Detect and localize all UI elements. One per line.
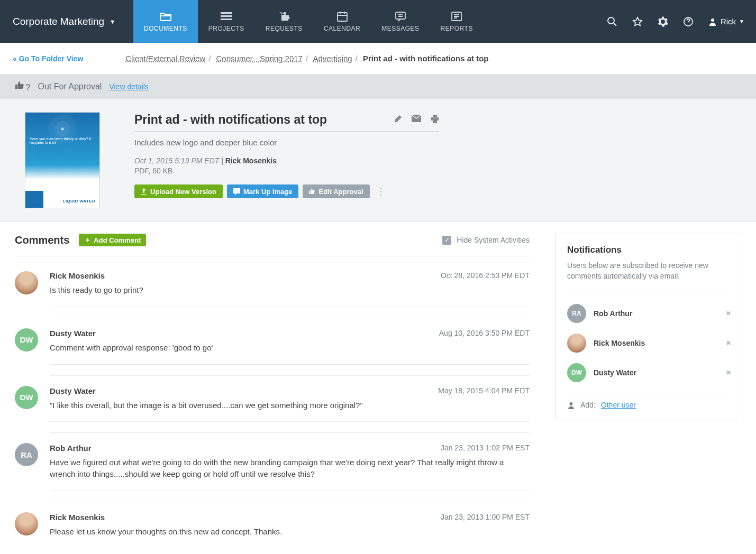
caret-down-icon: ▼ xyxy=(739,19,744,24)
user-name: Rick xyxy=(721,17,736,26)
document-author: Rick Mosenkis xyxy=(225,156,277,165)
print-icon xyxy=(431,115,439,123)
status-bar: ? Out For Approval View details xyxy=(0,75,756,99)
comment-item: Rick Mosenkis Jan 23, 2013 1:00 PM EST P… xyxy=(15,502,530,554)
crumb-3[interactable]: Advertising xyxy=(313,54,352,63)
message-icon xyxy=(395,11,406,22)
arrow-in-icon xyxy=(278,11,290,22)
comment-user: Rob Arthur xyxy=(50,444,92,453)
crumb-2[interactable]: Consumer - Spring 2017 xyxy=(216,54,303,63)
add-comment-button[interactable]: ＋ Add Comment xyxy=(79,234,146,246)
tab-label: PROJECTS xyxy=(208,25,244,32)
svg-rect-2 xyxy=(221,19,232,20)
notifications-panel: Notifications Users below are subscribed… xyxy=(555,234,743,420)
tab-reports[interactable]: REPORTS xyxy=(430,0,484,43)
avatar: DW xyxy=(15,328,38,352)
tab-projects[interactable]: PROJECTS xyxy=(198,0,255,43)
comment-text: Have we figured out what we're going to … xyxy=(50,457,530,480)
top-navbar: Corporate Marketing ▼ DOCUMENTS PROJECTS… xyxy=(0,0,756,43)
nav-tabs: DOCUMENTS PROJECTS REQUESTS CALENDAR MES… xyxy=(133,0,484,43)
comment-item: RA Rob Arthur Jan 23, 2013 1:02 PM EST H… xyxy=(15,432,530,502)
email-button[interactable] xyxy=(412,115,421,125)
checkbox-checked-icon[interactable]: ✓ xyxy=(442,236,451,245)
button-label: Edit Approval xyxy=(318,188,363,196)
thumbnail-text: Have you ever been thirsty or dirty? It … xyxy=(30,137,91,144)
comments-header: Comments ＋ Add Comment ✓ Hide System Act… xyxy=(15,234,530,246)
workspace-name: Corporate Marketing xyxy=(13,16,104,27)
notifications-description: Users below are subscribed to receive ne… xyxy=(567,261,731,290)
view-details-link[interactable]: View details xyxy=(109,82,148,91)
remove-user-button[interactable]: ✖ xyxy=(726,310,731,317)
tab-calendar[interactable]: CALENDAR xyxy=(313,0,371,43)
folder-view-link[interactable]: « Go To Folder View xyxy=(13,54,83,63)
comment-user: Rick Mosenkis xyxy=(50,271,105,280)
svg-rect-4 xyxy=(396,12,405,19)
user-menu[interactable]: Rick ▼ xyxy=(703,17,750,26)
document-meta: Oct 1, 2015 5:19 PM EDT | Rick Mosenkis xyxy=(134,156,439,165)
tab-label: REPORTS xyxy=(441,25,473,32)
avatar xyxy=(15,512,38,535)
button-label: Upload New Version xyxy=(150,188,216,196)
comment-item: DW Dusty Water May 18, 2015 4:04 PM EDT … xyxy=(15,375,530,433)
notification-user-name: Dusty Water xyxy=(594,368,718,377)
tab-requests[interactable]: REQUESTS xyxy=(255,0,313,43)
upload-version-button[interactable]: Upload New Version xyxy=(134,184,223,198)
star-icon xyxy=(632,16,643,27)
thumbs-up-question-icon: ? xyxy=(15,81,30,93)
notification-user-name: Rob Arthur xyxy=(594,309,718,318)
hide-system-activities[interactable]: ✓ Hide System Activities xyxy=(442,236,530,245)
help-icon xyxy=(683,16,694,27)
tab-label: CALENDAR xyxy=(324,25,360,32)
tab-messages[interactable]: MESSAGES xyxy=(371,0,430,43)
breadcrumb: Client/External Review/ Consumer - Sprin… xyxy=(125,54,488,63)
print-button[interactable] xyxy=(431,115,439,125)
envelope-icon xyxy=(412,115,421,122)
avatar: DW xyxy=(15,386,38,409)
document-panel: Have you ever been thirsty or dirty? It … xyxy=(0,99,756,222)
gear-icon xyxy=(658,16,668,27)
comment-user: Dusty Water xyxy=(50,386,96,395)
comment-user: Dusty Water xyxy=(50,329,96,338)
more-actions-button[interactable]: ⋮ xyxy=(374,186,388,197)
avatar: DW xyxy=(567,363,586,382)
favorite-button[interactable] xyxy=(626,11,649,33)
crumb-current: Print ad - with notifications at top xyxy=(363,54,489,63)
button-label: Mark Up Image xyxy=(243,188,292,196)
help-button[interactable] xyxy=(677,11,699,33)
avatar xyxy=(567,334,586,353)
thumbnail-brand: LIQUID WATER xyxy=(63,199,95,204)
edit-approval-button[interactable]: Edit Approval xyxy=(303,184,369,198)
notification-user: DW Dusty Water ✖ xyxy=(567,358,731,387)
document-fileinfo: PDF, 60 KB xyxy=(134,167,439,175)
svg-rect-0 xyxy=(221,12,232,14)
upload-icon xyxy=(141,188,147,195)
list-icon xyxy=(221,11,232,22)
tab-documents[interactable]: DOCUMENTS xyxy=(133,0,198,43)
other-user-link[interactable]: Other user xyxy=(601,401,636,409)
report-icon xyxy=(451,11,462,22)
content-area: Comments ＋ Add Comment ✓ Hide System Act… xyxy=(0,222,756,554)
comment-date: Jan 23, 2013 1:00 PM EST xyxy=(441,513,530,522)
svg-point-11 xyxy=(570,402,573,405)
button-label: Add Comment xyxy=(94,236,141,244)
comment-text: "I like this overall, but the image is a… xyxy=(50,400,530,411)
remove-user-button[interactable]: ✖ xyxy=(726,369,731,376)
crumb-1[interactable]: Client/External Review xyxy=(125,54,205,63)
comment-date: Oct 28, 2016 2:53 PM EDT xyxy=(441,271,530,280)
comment-text: Comment with approval response: 'good to… xyxy=(50,342,530,354)
thumbs-up-icon xyxy=(309,188,315,195)
search-button[interactable] xyxy=(601,11,623,33)
comment-date: Aug 10, 2016 3:50 PM EDT xyxy=(439,329,530,338)
markup-image-button[interactable]: Mark Up Image xyxy=(227,184,298,198)
edit-button[interactable] xyxy=(394,115,402,125)
notification-user: Rick Mosenkis ✖ xyxy=(567,328,731,358)
remove-user-button[interactable]: ✖ xyxy=(726,339,731,347)
comment-list: Rick Mosenkis Oct 28, 2016 2:53 PM EDT I… xyxy=(15,256,530,554)
workspace-selector[interactable]: Corporate Marketing ▼ xyxy=(0,0,133,43)
settings-button[interactable] xyxy=(652,11,674,33)
comment-text: Is this ready to go to print? xyxy=(50,284,530,296)
document-thumbnail[interactable]: Have you ever been thirsty or dirty? It … xyxy=(25,113,99,208)
topbar-right: Rick ▼ xyxy=(601,0,756,43)
folder-icon xyxy=(159,11,172,22)
avatar: RA xyxy=(567,304,586,323)
